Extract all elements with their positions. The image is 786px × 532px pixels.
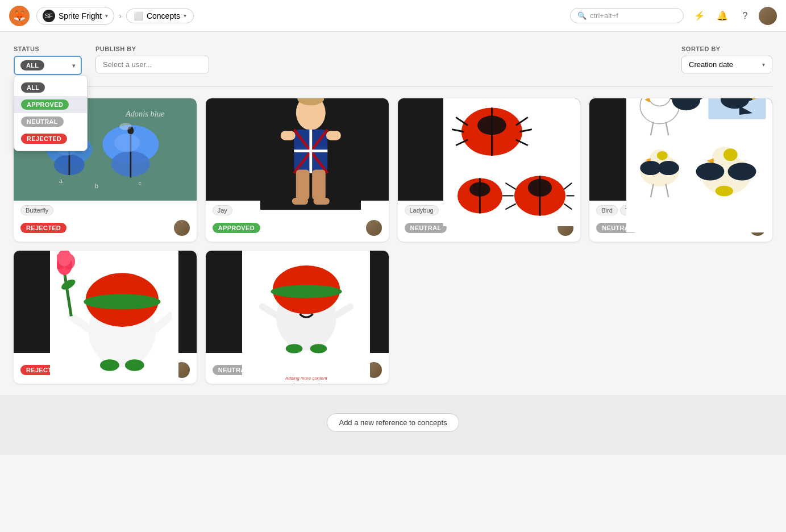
card-jay-tags: Jay <box>213 205 232 215</box>
dropdown-item-rejected[interactable]: REJECTED <box>14 130 87 147</box>
svg-point-11 <box>114 134 140 152</box>
svg-point-128 <box>125 359 144 371</box>
svg-line-129 <box>71 316 88 329</box>
svg-line-94 <box>666 122 668 135</box>
jay-status-badge: APPROVED <box>213 223 260 233</box>
ladybug-status-badge: NEUTRAL <box>405 223 447 233</box>
status-dropdown-menu: ALL APPROVED NEUTRAL REJECTED <box>14 75 88 151</box>
dropdown-item-approved[interactable]: APPROVED <box>14 96 87 113</box>
svg-rect-26 <box>281 131 296 140</box>
status-select-value: ALL <box>20 60 44 70</box>
project-selector[interactable]: SF Sprite Fright ▾ <box>36 7 114 25</box>
card-ladybug-image[interactable] <box>398 98 581 201</box>
sorted-select[interactable]: Creation date ▾ <box>681 56 772 73</box>
cards-grid-row1: Adonis blue <box>14 98 772 242</box>
jay-tag: Jay <box>213 205 232 215</box>
search-placeholder: ctrl+alt+f <box>590 11 618 20</box>
svg-point-13 <box>119 123 132 130</box>
section-name: Concepts <box>147 11 180 20</box>
card-gnome1-image[interactable] <box>14 251 197 353</box>
svg-text:c: c <box>138 180 142 186</box>
bird-tag: Bird <box>596 205 618 215</box>
svg-rect-25 <box>312 169 326 200</box>
jay-content <box>260 98 361 210</box>
sorted-value: Creation date <box>689 60 733 69</box>
svg-point-146 <box>310 344 327 353</box>
dropdown-item-all[interactable]: ALL <box>14 79 87 96</box>
project-icon: SF <box>43 10 55 22</box>
card-butterfly-footer: Butterfly <box>14 201 197 220</box>
lightning-button[interactable]: ⚡ <box>691 7 709 25</box>
main-content: STATUS ALL ▾ ALL APPROVED NEUTRAL REJECT… <box>0 32 786 532</box>
concepts-icon: ⬜ <box>134 11 143 20</box>
filters-row: STATUS ALL ▾ ALL APPROVED NEUTRAL REJECT… <box>14 45 772 75</box>
publish-by-input[interactable] <box>95 56 209 73</box>
gnome2-content: Adding more content planning needs <box>242 251 370 384</box>
all-pill: ALL <box>21 82 45 93</box>
card-gnome2-image[interactable]: Adding more content planning needs <box>206 251 389 353</box>
section-selector[interactable]: ⬜ Concepts ▾ <box>126 9 194 23</box>
bird-content: MOTION CUTS 1:1 ratio <box>626 98 772 232</box>
breadcrumb-arrow: › <box>119 11 122 20</box>
butterfly-tag: Butterfly <box>20 205 53 215</box>
status-filter: STATUS ALL ▾ ALL APPROVED NEUTRAL REJECT… <box>14 45 82 75</box>
sorted-chevron-icon: ▾ <box>762 61 765 68</box>
add-reference-container: Add a new reference to concepts <box>0 395 786 455</box>
status-label: STATUS <box>14 45 82 52</box>
svg-line-131 <box>64 273 71 316</box>
search-bar[interactable]: 🔍 ctrl+alt+f <box>570 8 684 23</box>
svg-point-117 <box>727 163 756 180</box>
svg-rect-24 <box>296 169 310 200</box>
sorted-by-label: SORTED BY <box>681 45 772 52</box>
empty-col-4 <box>589 251 772 384</box>
svg-rect-27 <box>326 131 341 140</box>
svg-line-76 <box>505 204 515 210</box>
svg-point-145 <box>285 344 302 353</box>
jay-card-avatar <box>366 220 382 236</box>
add-reference-label: Add a new reference to concepts <box>339 418 447 427</box>
rejected-pill: REJECTED <box>21 134 67 144</box>
ladybug-content <box>443 98 580 226</box>
card-jay-image[interactable] <box>206 98 389 201</box>
status-chevron-icon: ▾ <box>72 63 75 69</box>
publish-by-filter: PUBLISH BY <box>95 45 209 73</box>
svg-point-126 <box>84 294 160 309</box>
project-chevron-icon: ▾ <box>105 13 108 19</box>
svg-line-77 <box>564 183 572 189</box>
approved-pill: APPROVED <box>21 99 69 110</box>
card-jay-status-row: APPROVED <box>206 220 389 242</box>
butterfly-card-avatar <box>174 220 190 236</box>
card-jay: Jay APPROVED <box>206 98 389 242</box>
app-logo[interactable]: 🦊 <box>9 6 30 26</box>
header-actions: ⚡ 🔔 ? <box>691 7 777 25</box>
filter-separator <box>14 86 772 87</box>
bell-button[interactable]: 🔔 <box>713 7 731 25</box>
svg-point-118 <box>715 185 733 196</box>
section-chevron-icon: ▾ <box>184 13 186 19</box>
svg-line-148 <box>335 306 350 315</box>
card-ladybug-tags: Ladybug <box>405 205 439 215</box>
svg-text:Adonis blue: Adonis blue <box>125 109 165 118</box>
user-avatar[interactable] <box>759 7 777 25</box>
card-gnome1: REJECTED <box>14 251 197 384</box>
card-bird-image[interactable]: MOTION CUTS 1:1 ratio <box>589 98 772 201</box>
status-select[interactable]: ALL ▾ <box>14 56 82 75</box>
card-gnome2: Adding more content planning needs NEUTR… <box>206 251 389 384</box>
publish-by-label: PUBLISH BY <box>95 45 209 52</box>
search-icon: 🔍 <box>577 11 587 20</box>
fox-icon: 🦊 <box>13 10 26 22</box>
svg-line-79 <box>564 204 572 210</box>
dropdown-item-neutral[interactable]: NEUTRAL <box>14 113 87 130</box>
sorted-by-filter: SORTED BY Creation date ▾ <box>681 45 772 73</box>
add-reference-button[interactable]: Add a new reference to concepts <box>327 413 459 432</box>
help-button[interactable]: ? <box>736 7 754 25</box>
svg-rect-29 <box>313 198 329 205</box>
card-butterfly-status-row: REJECTED <box>14 220 197 242</box>
neutral-pill: NEUTRAL <box>21 117 64 127</box>
svg-line-108 <box>651 184 654 197</box>
svg-line-130 <box>156 316 170 329</box>
svg-line-74 <box>505 183 515 189</box>
svg-point-142 <box>271 285 342 298</box>
svg-point-107 <box>658 161 679 175</box>
svg-rect-28 <box>292 198 308 205</box>
